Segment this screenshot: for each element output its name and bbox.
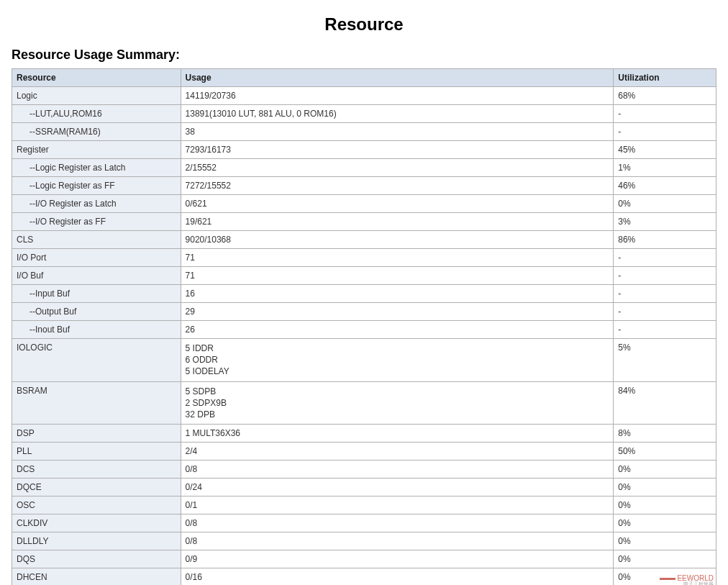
cell-utilization: 84%	[614, 381, 716, 425]
cell-resource-label: --Input Buf	[17, 289, 70, 299]
section-subtitle: Resource Usage Summary:	[12, 47, 716, 63]
cell-resource-label: --I/O Register as Latch	[17, 199, 117, 209]
cell-utilization: 46%	[614, 177, 716, 195]
cell-resource: CLS	[12, 231, 181, 249]
cell-utilization: 3%	[614, 213, 716, 231]
watermark-subtext: 电子工程世界	[660, 581, 714, 585]
cell-utilization: 45%	[614, 141, 716, 159]
cell-resource: --Inout Buf	[12, 321, 181, 339]
cell-utilization: -	[614, 249, 716, 267]
cell-resource-label: --Logic Register as Latch	[17, 163, 125, 173]
cell-usage: 0/621	[181, 195, 614, 213]
cell-resource: --Output Buf	[12, 303, 181, 321]
col-header-usage: Usage	[181, 69, 614, 87]
cell-usage: 13891(13010 LUT, 881 ALU, 0 ROM16)	[181, 105, 614, 123]
cell-usage: 5 SDPB 2 SDPX9B 32 DPB	[181, 381, 614, 425]
cell-resource-label: --Output Buf	[17, 307, 76, 317]
cell-usage: 2/15552	[181, 159, 614, 177]
cell-resource-label: --SSRAM(RAM16)	[17, 127, 101, 137]
cell-utilization: 1%	[614, 159, 716, 177]
table-row: PLL2/450%	[12, 443, 716, 461]
cell-usage: 16	[181, 285, 614, 303]
cell-usage: 0/9	[181, 550, 614, 568]
cell-utilization: 0%	[614, 550, 716, 568]
cell-utilization: 0%	[614, 461, 716, 479]
cell-utilization: 8%	[614, 425, 716, 443]
cell-resource: BSRAM	[12, 381, 181, 425]
cell-usage: 0/16	[181, 568, 614, 585]
table-row: Logic14119/2073668%	[12, 87, 716, 105]
cell-utilization: 0%	[614, 514, 716, 532]
cell-utilization: 50%	[614, 443, 716, 461]
table-row: --SSRAM(RAM16)38-	[12, 123, 716, 141]
table-row: OSC0/10%	[12, 496, 716, 514]
cell-usage: 71	[181, 249, 614, 267]
cell-resource: --I/O Register as FF	[12, 213, 181, 231]
cell-utilization: 68%	[614, 87, 716, 105]
cell-resource-label: --I/O Register as FF	[17, 217, 106, 227]
table-header-row: Resource Usage Utilization	[12, 69, 716, 87]
cell-resource-label: BSRAM	[17, 386, 47, 396]
cell-resource-label: CLKDIV	[17, 518, 47, 528]
cell-utilization: -	[614, 303, 716, 321]
table-row: --I/O Register as Latch0/6210%	[12, 195, 716, 213]
cell-resource-label: Register	[17, 145, 49, 155]
table-row: DSP1 MULT36X368%	[12, 425, 716, 443]
cell-resource: DHCEN	[12, 568, 181, 585]
cell-usage: 0/24	[181, 479, 614, 496]
cell-usage: 29	[181, 303, 614, 321]
cell-utilization: -	[614, 267, 716, 285]
cell-usage: 26	[181, 321, 614, 339]
cell-resource-label: CLS	[17, 235, 33, 245]
cell-resource-label: DSP	[17, 428, 35, 438]
table-row: DQCE0/240%	[12, 479, 716, 496]
table-row: Register7293/1617345%	[12, 141, 716, 159]
cell-usage: 14119/20736	[181, 87, 614, 105]
cell-resource: DQS	[12, 550, 181, 568]
watermark: EEWORLD 电子工程世界	[660, 574, 714, 585]
table-row: DLLDLY0/80%	[12, 532, 716, 550]
table-row: CLS9020/1036886%	[12, 231, 716, 249]
table-row: --LUT,ALU,ROM1613891(13010 LUT, 881 ALU,…	[12, 105, 716, 123]
table-row: --Logic Register as FF7272/1555246%	[12, 177, 716, 195]
cell-utilization: 5%	[614, 339, 716, 382]
cell-resource: I/O Port	[12, 249, 181, 267]
col-header-utilization: Utilization	[614, 69, 716, 87]
cell-resource: I/O Buf	[12, 267, 181, 285]
table-row: --I/O Register as FF19/6213%	[12, 213, 716, 231]
cell-resource: DCS	[12, 461, 181, 479]
cell-usage: 0/8	[181, 514, 614, 532]
cell-resource-label: PLL	[17, 446, 32, 456]
cell-utilization: -	[614, 105, 716, 123]
table-row: DQS0/90%	[12, 550, 716, 568]
cell-utilization: -	[614, 285, 716, 303]
resource-table: Resource Usage Utilization Logic14119/20…	[12, 68, 716, 585]
cell-resource: Logic	[12, 87, 181, 105]
cell-resource-label: DLLDLY	[17, 536, 48, 546]
cell-usage: 2/4	[181, 443, 614, 461]
cell-usage: 7272/15552	[181, 177, 614, 195]
cell-usage: 5 IDDR 6 ODDR 5 IODELAY	[181, 339, 614, 382]
cell-resource: --SSRAM(RAM16)	[12, 123, 181, 141]
cell-resource-label: --Inout Buf	[17, 325, 70, 335]
cell-resource-label: --Logic Register as FF	[17, 181, 115, 191]
cell-utilization: 0%	[614, 479, 716, 496]
cell-resource: PLL	[12, 443, 181, 461]
cell-resource-label: DCS	[17, 464, 35, 474]
cell-resource: OSC	[12, 496, 181, 514]
page-title: Resource	[12, 14, 716, 35]
cell-usage: 7293/16173	[181, 141, 614, 159]
col-header-resource: Resource	[12, 69, 181, 87]
cell-resource: --LUT,ALU,ROM16	[12, 105, 181, 123]
cell-utilization: 0%	[614, 532, 716, 550]
cell-resource: --Logic Register as FF	[12, 177, 181, 195]
table-row: I/O Buf71-	[12, 267, 716, 285]
cell-utilization: 86%	[614, 231, 716, 249]
cell-resource-label: I/O Buf	[17, 271, 43, 281]
cell-resource: Register	[12, 141, 181, 159]
cell-resource-label: DQCE	[17, 482, 42, 492]
cell-resource-label: OSC	[17, 500, 35, 510]
cell-resource-label: DQS	[17, 554, 35, 564]
cell-usage: 38	[181, 123, 614, 141]
cell-resource-label: --LUT,ALU,ROM16	[17, 109, 102, 119]
